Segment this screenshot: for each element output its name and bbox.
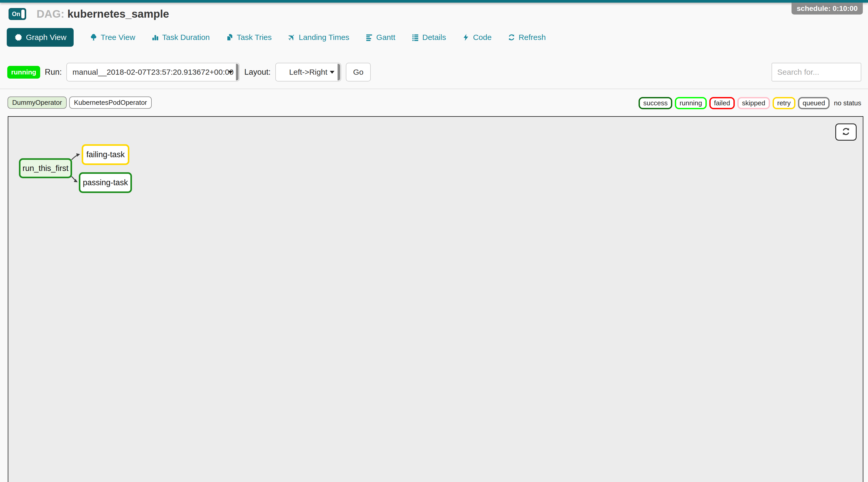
legend-retry: retry xyxy=(773,97,796,109)
list-icon xyxy=(411,33,419,41)
refresh-icon xyxy=(508,33,516,41)
select-scroll-strip xyxy=(236,64,239,81)
graph-burst-icon xyxy=(14,33,23,42)
tab-landing-times[interactable]: ✈ Landing Times xyxy=(288,33,349,42)
state-legend: success running failed skipped retry que… xyxy=(639,97,863,109)
tab-refresh[interactable]: Refresh xyxy=(508,33,546,42)
tab-label: Gantt xyxy=(376,33,395,42)
task-node-run-this-first[interactable]: run_this_first xyxy=(19,158,72,178)
operator-badge-dummy: DummyOperator xyxy=(7,96,67,109)
layout-select[interactable]: Left->Right xyxy=(275,63,341,82)
search-input[interactable] xyxy=(772,63,861,82)
view-nav: Graph View Tree View Task Duration Task … xyxy=(7,28,546,47)
top-accent-bar xyxy=(0,0,868,3)
tab-label: Code xyxy=(473,33,492,42)
tab-gantt[interactable]: Gantt xyxy=(365,33,395,42)
refresh-icon xyxy=(841,127,850,137)
tree-icon xyxy=(90,33,97,41)
tab-label: Refresh xyxy=(519,33,546,42)
dag-run-state-badge: running xyxy=(7,66,40,79)
tab-tree-view[interactable]: Tree View xyxy=(90,33,135,42)
tab-task-duration[interactable]: Task Duration xyxy=(151,33,210,42)
layout-select-value: Left->Right xyxy=(289,68,328,77)
chevron-down-icon xyxy=(330,71,335,74)
run-label: Run: xyxy=(45,67,62,77)
task-node-passing-task[interactable]: passing-task xyxy=(79,172,132,193)
legend-skipped: skipped xyxy=(737,97,770,109)
tab-label: Tree View xyxy=(101,33,135,42)
legend-success: success xyxy=(639,97,672,109)
tab-code[interactable]: Code xyxy=(462,33,492,42)
dag-name: kubernetes_sample xyxy=(67,8,169,20)
tab-task-tries[interactable]: Task Tries xyxy=(226,33,272,42)
toggle-knob xyxy=(21,9,25,19)
task-node-failing-task[interactable]: failing-task xyxy=(82,144,129,165)
tab-label: Details xyxy=(422,33,446,42)
bar-chart-icon xyxy=(151,33,159,41)
duplicate-icon xyxy=(226,33,234,41)
header-row: On DAG: kubernetes_sample xyxy=(8,8,169,20)
tab-label: Graph View xyxy=(26,33,66,42)
chevron-down-icon xyxy=(228,71,233,74)
run-select-value: manual__2018-02-07T23:57:20.913672+00:00 xyxy=(72,68,234,77)
tab-details[interactable]: Details xyxy=(411,33,446,42)
dag-pause-toggle[interactable]: On xyxy=(8,8,26,20)
select-scroll-strip xyxy=(338,64,340,81)
legend-no-status: no status xyxy=(832,98,863,108)
tab-label: Task Duration xyxy=(162,33,210,42)
bolt-icon xyxy=(462,33,470,41)
run-select[interactable]: manual__2018-02-07T23:57:20.913672+00:00 xyxy=(66,63,240,82)
run-controls: running Run: manual__2018-02-07T23:57:20… xyxy=(7,63,371,82)
legend-running: running xyxy=(675,97,707,109)
operator-badge-kubernetespod: KubernetesPodOperator xyxy=(69,96,152,109)
legend-failed: failed xyxy=(709,97,735,109)
tab-graph-view[interactable]: Graph View xyxy=(7,28,74,47)
legend-queued: queued xyxy=(798,97,830,109)
tab-label: Task Tries xyxy=(237,33,272,42)
dag-edges xyxy=(8,117,864,482)
toggle-label: On xyxy=(12,11,20,18)
align-left-icon xyxy=(365,33,373,41)
tab-label: Landing Times xyxy=(299,33,349,42)
graph-refresh-button[interactable] xyxy=(835,123,857,141)
layout-label: Layout: xyxy=(244,67,271,77)
dag-label: DAG: xyxy=(36,8,64,20)
operator-legend: DummyOperator KubernetesPodOperator xyxy=(7,96,152,109)
go-button[interactable]: Go xyxy=(346,63,371,82)
page-title: DAG: kubernetes_sample xyxy=(36,8,169,20)
dag-graph-panel: run_this_first failing-task passing-task xyxy=(8,116,863,482)
divider xyxy=(0,88,868,89)
schedule-badge: schedule: 0:10:00 xyxy=(792,3,863,14)
plane-icon: ✈ xyxy=(288,33,296,42)
